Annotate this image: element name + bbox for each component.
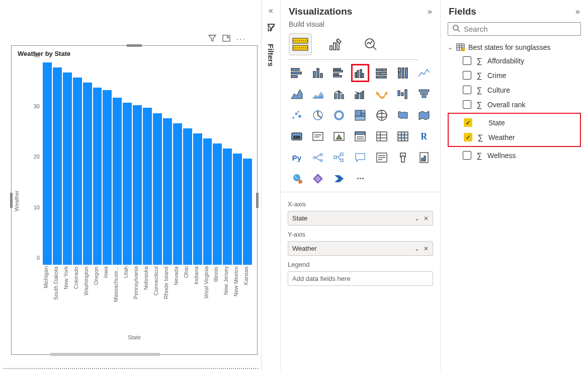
bar[interactable] (63, 72, 72, 265)
bar[interactable] (83, 83, 92, 265)
field-checkbox[interactable] (463, 56, 471, 65)
resize-handle-top[interactable] (127, 44, 142, 47)
bar[interactable] (173, 123, 182, 265)
r-visual-icon[interactable]: R (415, 127, 433, 145)
field-culture[interactable]: ∑Culture (448, 83, 581, 97)
area-chart-icon[interactable] (288, 85, 306, 103)
kpi-icon[interactable] (351, 127, 369, 145)
paginated-report-icon[interactable] (415, 149, 433, 167)
filter-icon[interactable] (208, 34, 216, 44)
bar[interactable] (163, 118, 172, 265)
decomposition-tree-icon[interactable] (330, 149, 348, 167)
hundred-stacked-bar-icon[interactable] (373, 64, 391, 82)
stacked-area-icon[interactable] (309, 85, 327, 103)
qa-visual-icon[interactable] (351, 149, 369, 167)
stacked-bar-icon[interactable] (288, 64, 306, 82)
field-checkbox[interactable] (463, 100, 471, 109)
svg-point-51 (335, 111, 343, 119)
scatter-icon[interactable] (288, 106, 306, 124)
treemap-icon[interactable] (351, 106, 369, 124)
field-checkbox[interactable] (464, 118, 472, 127)
chevron-down-icon[interactable]: ⌄ (414, 245, 419, 252)
bar[interactable] (233, 154, 242, 265)
bar[interactable] (53, 67, 62, 265)
field-state[interactable]: State (449, 115, 577, 130)
table-best-states[interactable]: ⌄ Best states for sunglasses (448, 41, 581, 53)
more-options-icon[interactable]: ··· (236, 35, 246, 44)
field-wellness[interactable]: ∑Wellness (448, 148, 581, 163)
funnel-icon[interactable] (415, 85, 433, 103)
collapse-viz-icon[interactable]: » (428, 7, 432, 16)
waterfall-icon[interactable] (394, 85, 412, 103)
field-checkbox[interactable] (463, 151, 471, 160)
bar[interactable] (243, 159, 252, 265)
line-clustered-column-icon[interactable] (351, 85, 369, 103)
build-visual-tab[interactable] (289, 33, 312, 55)
field-overall-rank[interactable]: ∑Overall rank (448, 97, 581, 112)
clustered-bar-icon[interactable] (330, 64, 348, 82)
bar[interactable] (73, 78, 82, 265)
filters-pane-label[interactable]: Filters (267, 44, 275, 66)
card-icon[interactable] (309, 127, 327, 145)
field-weather[interactable]: ∑Weather (449, 130, 577, 144)
smart-narrative-icon[interactable] (373, 149, 391, 167)
key-influencers-icon[interactable] (309, 149, 327, 167)
bar[interactable] (93, 88, 102, 265)
table-icon[interactable] (394, 127, 412, 145)
focus-mode-icon[interactable] (222, 34, 230, 44)
remove-field-icon[interactable]: ✕ (424, 215, 429, 222)
filled-map-icon[interactable] (394, 106, 412, 124)
bar[interactable] (133, 105, 142, 265)
bar[interactable] (123, 103, 132, 265)
line-chart-icon[interactable] (415, 64, 433, 82)
goals-icon[interactable] (394, 149, 412, 167)
pie-icon[interactable] (309, 106, 327, 124)
bar[interactable] (103, 90, 112, 265)
report-canvas[interactable]: ··· Weather by State Weather 010203040 M… (0, 0, 262, 370)
clustered-column-icon[interactable] (351, 64, 369, 82)
arcgis-map-icon[interactable] (288, 170, 306, 188)
stacked-column-icon[interactable] (309, 64, 327, 82)
field-crime[interactable]: ∑Crime (448, 68, 581, 83)
collapse-fields-icon[interactable]: » (575, 7, 580, 16)
bar[interactable] (193, 133, 202, 265)
ribbon-chart-icon[interactable] (373, 85, 391, 103)
y-axis-well[interactable]: Weather ⌄✕ (288, 241, 433, 256)
donut-icon[interactable] (330, 106, 348, 124)
column-chart-visual[interactable]: Weather by State Weather 010203040 Michi… (11, 45, 258, 355)
field-checkbox[interactable] (463, 71, 471, 80)
hundred-stacked-column-icon[interactable] (394, 64, 412, 82)
map-icon[interactable] (373, 106, 391, 124)
field-checkbox[interactable] (464, 133, 472, 141)
bar[interactable] (113, 98, 122, 265)
bar[interactable] (213, 143, 222, 265)
remove-field-icon[interactable]: ✕ (424, 245, 429, 252)
azure-map-icon[interactable] (415, 106, 433, 124)
chevron-down-icon[interactable]: ⌄ (414, 215, 419, 222)
gauge-icon[interactable]: 123 (288, 127, 306, 145)
horizontal-scroll-thumb[interactable] (50, 353, 160, 356)
power-apps-icon[interactable] (309, 170, 327, 188)
expand-filters-icon[interactable]: « (269, 6, 273, 15)
more-visuals-icon[interactable]: ··· (351, 170, 369, 188)
field-checkbox[interactable] (463, 86, 471, 94)
python-visual-icon[interactable]: Py (288, 149, 306, 167)
bar[interactable] (153, 113, 162, 265)
line-stacked-column-icon[interactable] (330, 85, 348, 103)
format-visual-tab[interactable] (324, 33, 347, 55)
power-automate-icon[interactable] (330, 170, 348, 188)
bar[interactable] (223, 149, 232, 265)
field-affordability[interactable]: ∑Affordability (448, 53, 581, 68)
bar[interactable] (143, 108, 152, 265)
filter-glyph-icon[interactable] (267, 23, 276, 34)
slicer-icon[interactable] (373, 127, 391, 145)
x-axis-well[interactable]: State ⌄✕ (288, 211, 433, 226)
multi-row-card-icon[interactable] (330, 127, 348, 145)
bar[interactable] (43, 62, 52, 265)
bar[interactable] (203, 138, 212, 265)
analytics-tab[interactable] (359, 33, 382, 55)
bar[interactable] (183, 128, 192, 265)
legend-well[interactable]: Add data fields here (288, 271, 433, 286)
search-input[interactable] (464, 25, 576, 33)
fields-search[interactable] (448, 22, 581, 36)
